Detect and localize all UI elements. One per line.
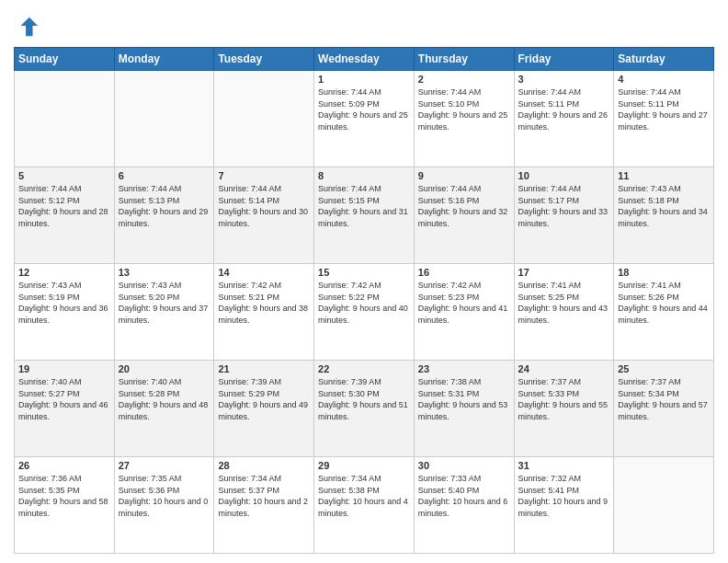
col-header-tuesday: Tuesday	[214, 48, 314, 71]
day-info: Sunrise: 7:44 AMSunset: 5:11 PMDaylight:…	[518, 86, 610, 132]
page-container: SundayMondayTuesdayWednesdayThursdayFrid…	[0, 0, 728, 563]
day-number: 16	[418, 267, 510, 278]
day-info: Sunrise: 7:35 AMSunset: 5:36 PMDaylight:…	[119, 473, 210, 519]
day-cell: 27Sunrise: 7:35 AMSunset: 5:36 PMDayligh…	[114, 457, 214, 554]
day-cell: 7Sunrise: 7:44 AMSunset: 5:14 PMDaylight…	[214, 167, 314, 264]
day-number: 18	[618, 267, 710, 278]
header	[14, 9, 714, 40]
day-cell: 18Sunrise: 7:41 AMSunset: 5:26 PMDayligh…	[614, 264, 714, 361]
day-info: Sunrise: 7:33 AMSunset: 5:40 PMDaylight:…	[418, 473, 510, 519]
day-info: Sunrise: 7:41 AMSunset: 5:26 PMDaylight:…	[618, 280, 710, 326]
day-number: 9	[418, 170, 510, 181]
col-header-monday: Monday	[114, 48, 214, 71]
day-cell: 16Sunrise: 7:42 AMSunset: 5:23 PMDayligh…	[414, 264, 514, 361]
day-cell: 2Sunrise: 7:44 AMSunset: 5:10 PMDaylight…	[414, 71, 514, 167]
day-info: Sunrise: 7:42 AMSunset: 5:23 PMDaylight:…	[418, 280, 510, 326]
day-info: Sunrise: 7:44 AMSunset: 5:17 PMDaylight:…	[518, 183, 610, 229]
day-info: Sunrise: 7:40 AMSunset: 5:28 PMDaylight:…	[119, 376, 210, 422]
day-info: Sunrise: 7:32 AMSunset: 5:41 PMDaylight:…	[518, 473, 610, 519]
day-cell: 12Sunrise: 7:43 AMSunset: 5:19 PMDayligh…	[15, 264, 115, 361]
day-cell: 19Sunrise: 7:40 AMSunset: 5:27 PMDayligh…	[15, 361, 115, 457]
day-cell: 9Sunrise: 7:44 AMSunset: 5:16 PMDaylight…	[414, 167, 514, 264]
day-info: Sunrise: 7:43 AMSunset: 5:19 PMDaylight:…	[18, 280, 110, 326]
day-cell: 3Sunrise: 7:44 AMSunset: 5:11 PMDaylight…	[514, 71, 614, 167]
logo-icon	[14, 14, 40, 40]
day-number: 27	[119, 460, 210, 471]
day-cell	[614, 457, 714, 554]
day-cell: 28Sunrise: 7:34 AMSunset: 5:37 PMDayligh…	[214, 457, 314, 554]
col-header-friday: Friday	[514, 48, 614, 71]
col-header-thursday: Thursday	[414, 48, 514, 71]
day-cell: 15Sunrise: 7:42 AMSunset: 5:22 PMDayligh…	[314, 264, 415, 361]
day-number: 26	[18, 460, 110, 471]
day-info: Sunrise: 7:44 AMSunset: 5:10 PMDaylight:…	[418, 86, 510, 132]
day-number: 23	[418, 363, 510, 374]
day-cell: 8Sunrise: 7:44 AMSunset: 5:15 PMDaylight…	[314, 167, 415, 264]
day-cell: 29Sunrise: 7:34 AMSunset: 5:38 PMDayligh…	[314, 457, 415, 554]
day-info: Sunrise: 7:39 AMSunset: 5:29 PMDaylight:…	[218, 376, 310, 422]
day-number: 12	[18, 267, 110, 278]
day-info: Sunrise: 7:43 AMSunset: 5:20 PMDaylight:…	[119, 280, 210, 326]
day-number: 30	[418, 460, 510, 471]
day-info: Sunrise: 7:34 AMSunset: 5:38 PMDaylight:…	[318, 473, 410, 519]
day-number: 29	[318, 460, 410, 471]
day-info: Sunrise: 7:38 AMSunset: 5:31 PMDaylight:…	[418, 376, 510, 422]
day-number: 20	[119, 363, 210, 374]
day-cell: 21Sunrise: 7:39 AMSunset: 5:29 PMDayligh…	[214, 361, 314, 457]
week-row-3: 12Sunrise: 7:43 AMSunset: 5:19 PMDayligh…	[15, 264, 714, 361]
day-cell: 30Sunrise: 7:33 AMSunset: 5:40 PMDayligh…	[414, 457, 514, 554]
week-row-2: 5Sunrise: 7:44 AMSunset: 5:12 PMDaylight…	[15, 167, 714, 264]
day-number: 6	[119, 170, 210, 181]
day-cell: 1Sunrise: 7:44 AMSunset: 5:09 PMDaylight…	[314, 71, 415, 167]
day-info: Sunrise: 7:40 AMSunset: 5:27 PMDaylight:…	[18, 376, 110, 422]
day-cell: 13Sunrise: 7:43 AMSunset: 5:20 PMDayligh…	[114, 264, 214, 361]
day-number: 31	[518, 460, 610, 471]
header-row: SundayMondayTuesdayWednesdayThursdayFrid…	[15, 48, 714, 71]
day-cell: 5Sunrise: 7:44 AMSunset: 5:12 PMDaylight…	[15, 167, 115, 264]
day-number: 21	[218, 363, 310, 374]
day-cell: 26Sunrise: 7:36 AMSunset: 5:35 PMDayligh…	[15, 457, 115, 554]
day-info: Sunrise: 7:44 AMSunset: 5:15 PMDaylight:…	[318, 183, 410, 229]
day-info: Sunrise: 7:42 AMSunset: 5:22 PMDaylight:…	[318, 280, 410, 326]
day-cell: 6Sunrise: 7:44 AMSunset: 5:13 PMDaylight…	[114, 167, 214, 264]
week-row-4: 19Sunrise: 7:40 AMSunset: 5:27 PMDayligh…	[15, 361, 714, 457]
day-info: Sunrise: 7:36 AMSunset: 5:35 PMDaylight:…	[18, 473, 110, 519]
day-cell	[15, 71, 115, 167]
day-cell: 31Sunrise: 7:32 AMSunset: 5:41 PMDayligh…	[514, 457, 614, 554]
col-header-sunday: Sunday	[15, 48, 115, 71]
day-number: 13	[119, 267, 210, 278]
day-info: Sunrise: 7:42 AMSunset: 5:21 PMDaylight:…	[218, 280, 310, 326]
day-number: 11	[618, 170, 710, 181]
day-cell	[214, 71, 314, 167]
day-info: Sunrise: 7:37 AMSunset: 5:34 PMDaylight:…	[618, 376, 710, 422]
day-number: 1	[318, 74, 410, 85]
day-number: 22	[318, 363, 410, 374]
day-info: Sunrise: 7:44 AMSunset: 5:09 PMDaylight:…	[318, 86, 410, 132]
day-info: Sunrise: 7:37 AMSunset: 5:33 PMDaylight:…	[518, 376, 610, 422]
day-cell	[114, 71, 214, 167]
day-number: 25	[618, 363, 710, 374]
col-header-saturday: Saturday	[614, 48, 714, 71]
col-header-wednesday: Wednesday	[314, 48, 415, 71]
week-row-5: 26Sunrise: 7:36 AMSunset: 5:35 PMDayligh…	[15, 457, 714, 554]
day-cell: 14Sunrise: 7:42 AMSunset: 5:21 PMDayligh…	[214, 264, 314, 361]
day-cell: 20Sunrise: 7:40 AMSunset: 5:28 PMDayligh…	[114, 361, 214, 457]
day-info: Sunrise: 7:44 AMSunset: 5:13 PMDaylight:…	[119, 183, 210, 229]
day-info: Sunrise: 7:44 AMSunset: 5:12 PMDaylight:…	[18, 183, 110, 229]
day-cell: 4Sunrise: 7:44 AMSunset: 5:11 PMDaylight…	[614, 71, 714, 167]
day-cell: 17Sunrise: 7:41 AMSunset: 5:25 PMDayligh…	[514, 264, 614, 361]
day-number: 15	[318, 267, 410, 278]
day-number: 10	[518, 170, 610, 181]
day-number: 14	[218, 267, 310, 278]
day-number: 4	[618, 74, 710, 85]
day-cell: 10Sunrise: 7:44 AMSunset: 5:17 PMDayligh…	[514, 167, 614, 264]
calendar-table: SundayMondayTuesdayWednesdayThursdayFrid…	[14, 47, 714, 554]
day-number: 5	[18, 170, 110, 181]
day-number: 17	[518, 267, 610, 278]
day-number: 28	[218, 460, 310, 471]
logo	[14, 14, 43, 40]
day-info: Sunrise: 7:34 AMSunset: 5:37 PMDaylight:…	[218, 473, 310, 519]
day-number: 3	[518, 74, 610, 85]
day-number: 24	[518, 363, 610, 374]
day-info: Sunrise: 7:44 AMSunset: 5:11 PMDaylight:…	[618, 86, 710, 132]
